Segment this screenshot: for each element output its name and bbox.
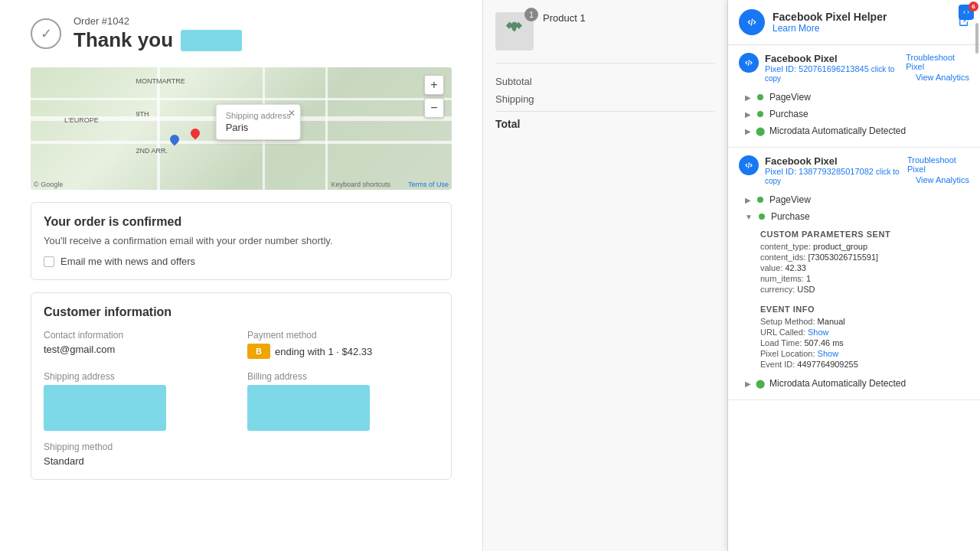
fb-info-setup: Setup Method: Manual [760,317,959,326]
confirmation-box: Your order is confirmed You'll receive a… [31,202,452,280]
fb-microdata-2[interactable]: ▶ ⬤ Microdata Automatically Detected [739,375,969,392]
fb-event-label-pageview-1: PageView [769,92,811,103]
map-container[interactable]: MONTMARTRE 9TH L'EUROPE 2ND ARR. ✕ Shipp… [31,67,452,190]
fb-pixel-icon-1 [739,53,759,73]
fb-param-num-items: num_items: 1 [760,274,959,283]
map-tooltip-close[interactable]: ✕ [288,108,296,119]
fb-troubleshoot-1[interactable]: Troubleshoot Pixel [906,53,969,71]
scrollbar[interactable] [975,23,978,54]
tshirt-icon [503,20,526,43]
shipping-method-value: Standard [44,455,439,467]
fb-info-url: URL Called: Show [760,328,959,337]
fb-pixel-id-2: Pixel ID: 1387793285017082 click to copy [765,167,901,185]
payment-info-block: Payment method B ending with 1 · $42.33 [247,330,439,359]
tooltip-title: Shipping address [226,111,291,120]
customer-section-title: Customer information [44,305,439,319]
fb-event-dot-purchase-1 [757,111,763,117]
fb-panel-title: Facebook Pixel Helper [773,11,887,23]
product-image-wrap: 1 [495,12,534,51]
fb-panel-content[interactable]: Facebook Pixel Pixel ID: 520761696213845… [728,45,980,551]
map-terms: Terms of Use [408,181,449,188]
map-road [325,67,328,190]
subtotal-row: Subtotal [495,76,715,87]
fb-pixel-name-2: Facebook Pixel [765,155,901,167]
map-road [31,141,452,144]
fb-event-pageview-1[interactable]: ▶ PageView [739,89,969,106]
shipping-method-label: Shipping method [44,442,439,452]
map-pin [189,127,202,140]
map-road [157,67,160,190]
email-checkbox[interactable] [44,256,54,267]
payment-label: Payment method [247,330,439,341]
billing-address-block: Billing address [247,371,439,431]
extension-badge: 6 [969,2,978,11]
map-label-europe: L'EUROPE [64,116,99,124]
summary-rows: Subtotal Shipping Total [495,76,715,130]
fb-microdata-1[interactable]: ▶ ⬤ Microdata Automatically Detected [739,122,969,139]
extension-icon[interactable]: 6 [959,5,975,21]
fb-info-pixel-location: Pixel Location: Show [760,349,959,358]
payment-value: ending with 1 · $42.33 [275,346,372,357]
payment-icon: B [247,344,270,359]
fb-pixel-header-2: Facebook Pixel Pixel ID: 138779328501708… [739,155,969,185]
map-label-9th: 9TH [136,110,149,118]
product-name: Product 1 [543,12,586,24]
email-checkbox-label: Email me with news and offers [60,256,195,267]
billing-address-blur [247,385,370,431]
order-info: Order #1042 Thank you [74,15,242,52]
fb-panel-header: Facebook Pixel Helper Learn More [728,0,980,45]
map-zoom-in[interactable]: + [424,75,444,95]
fb-info-url-show[interactable]: Show [808,328,829,337]
confirmation-text: You'll receive a confirmation email with… [44,235,439,246]
fb-pixel-block-2: Facebook Pixel Pixel ID: 138779328501708… [728,148,980,400]
fb-info-pixel-location-show[interactable]: Show [818,349,839,358]
subtotal-label: Subtotal [495,76,532,87]
shipping-label: Shipping [495,93,534,105]
fb-event-pageview-2[interactable]: ▶ PageView [739,191,969,208]
fb-troubleshoot-2[interactable]: Troubleshoot Pixel [907,155,969,174]
map-zoom-out[interactable]: − [424,98,444,118]
extension-icon-wrapper: 6 [959,5,975,21]
shipping-address-block: Shipping address [44,371,235,431]
fb-param-value: value: 42.33 [760,263,959,272]
fb-info-load-time: Load Time: 507.46 ms [760,338,959,347]
fb-pixel-links-2: Troubleshoot Pixel View Analytics [907,155,969,184]
fb-analytics-2[interactable]: View Analytics [916,175,969,184]
customer-section: Customer information Contact information… [31,292,452,480]
contact-info-block: Contact information test@gmail.com [44,330,235,359]
fb-custom-params: CUSTOM PARAMETERS SENT content_type: pro… [739,225,969,300]
total-label: Total [495,118,520,130]
confirmation-title: Your order is confirmed [44,215,439,229]
fb-event-info-title: EVENT INFO [760,305,959,314]
fb-event-label-purchase-1: Purchase [769,109,808,119]
fb-pixel-header-1: Facebook Pixel Pixel ID: 520761696213845… [739,53,969,83]
shipping-row: Shipping [495,93,715,105]
email-checkbox-row[interactable]: Email me with news and offers [44,256,439,267]
fb-pixel-id-1: Pixel ID: 520761696213845 click to copy [765,64,900,83]
product-row: 1 Product 1 [495,12,715,64]
customer-info-grid: Contact information test@gmail.com Payme… [44,330,439,431]
fb-icon-2 [743,160,754,171]
fb-event-purchase-2[interactable]: ▼ Purchase [739,208,969,225]
fb-analytics-1[interactable]: View Analytics [916,73,969,82]
fb-pixel-block-1: Facebook Pixel Pixel ID: 520761696213845… [728,45,980,148]
tooltip-city: Paris [226,122,291,133]
fb-panel-learn-more[interactable]: Learn More [773,23,887,34]
fb-icon-1 [743,57,754,68]
fb-custom-params-title: CUSTOM PARAMETERS SENT [760,230,959,239]
fb-event-dot-purchase-2 [759,214,765,220]
map-keyboard-shortcuts: Keyboard shortcuts [331,181,390,188]
fb-event-info: EVENT INFO Setup Method: Manual URL Call… [739,300,969,375]
payment-method-row: B ending with 1 · $42.33 [247,344,439,359]
map-background: MONTMARTRE 9TH L'EUROPE 2ND ARR. ✕ Shipp… [31,67,452,190]
fb-param-content-type: content_type: product_group [760,242,959,251]
fb-event-dot-pageview-1 [757,94,763,100]
fb-panel-title-group: Facebook Pixel Helper Learn More [773,11,887,34]
fb-event-label-pageview-2: PageView [769,194,811,205]
order-summary-panel: 1 Product 1 Subtotal Shipping Total [482,0,727,551]
fb-pixel-name-group-1: Facebook Pixel Pixel ID: 520761696213845… [765,53,900,83]
billing-address-label: Billing address [247,371,439,382]
fb-param-currency: currency: USD [760,285,959,294]
fb-event-purchase-1[interactable]: ▶ Purchase [739,106,969,122]
fb-pixel-helper-panel: Facebook Pixel Helper Learn More [727,0,980,551]
